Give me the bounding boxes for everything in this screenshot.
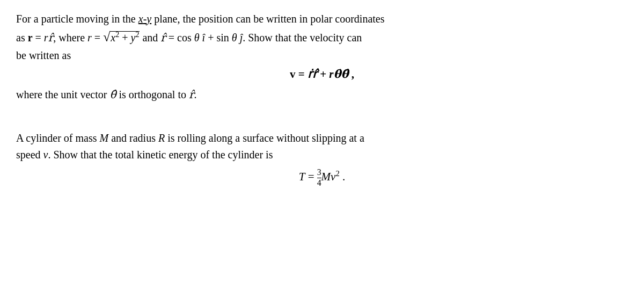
equation-1: v = ṙr̂ + rθ̇θ̂ ,	[16, 67, 628, 81]
problem-2: A cylinder of mass M and radius R is rol…	[16, 130, 628, 188]
xy-plane-text: x-y	[138, 13, 151, 25]
orthogonal-text: where the unit vector θ̂ is orthogonal t…	[16, 86, 628, 103]
problem2-text: A cylinder of mass M and radius R is rol…	[16, 130, 628, 163]
velocity-equation: v = ṙr̂ + rθ̇θ̂ ,	[290, 68, 354, 81]
equation-2: T = 34Mv2 .	[16, 167, 628, 188]
kinetic-energy-equation: T = 34Mv2 .	[299, 170, 346, 183]
problem-1: For a particle moving in the x-y plane, …	[16, 11, 628, 103]
page-container: For a particle moving in the x-y plane, …	[0, 0, 644, 306]
problem1-text: For a particle moving in the x-y plane, …	[16, 11, 628, 64]
divider	[16, 108, 628, 125]
